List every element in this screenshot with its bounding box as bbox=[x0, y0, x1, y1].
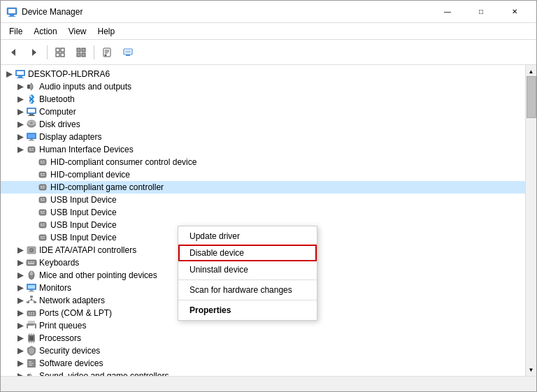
forward-button[interactable] bbox=[24, 43, 44, 62]
context-menu-scan-hardware[interactable]: Scan for hardware changes bbox=[178, 282, 317, 298]
close-button[interactable]: ✕ bbox=[499, 1, 531, 23]
sound-label: Sound, video and game controllers bbox=[39, 371, 169, 376]
tree-item-audio[interactable]: Audio inputs and outputs bbox=[1, 80, 525, 93]
ide-expand-icon[interactable] bbox=[15, 245, 26, 256]
svg-rect-54 bbox=[39, 172, 46, 177]
tree-item-security[interactable]: Security devices bbox=[1, 344, 525, 357]
tree-item-software[interactable]: Software devices bbox=[1, 357, 525, 370]
usb2-label: USB Input Device bbox=[50, 208, 117, 217]
svg-rect-65 bbox=[41, 201, 45, 201]
svg-rect-47 bbox=[29, 148, 31, 150]
menu-action[interactable]: Action bbox=[28, 25, 62, 38]
print-icon bbox=[26, 320, 37, 331]
sound-expand-icon[interactable] bbox=[15, 370, 26, 376]
mice-expand-icon[interactable] bbox=[15, 270, 26, 281]
menu-view[interactable]: View bbox=[63, 25, 92, 38]
tree-item-usb2[interactable]: USB Input Device bbox=[1, 206, 525, 219]
menu-help[interactable]: Help bbox=[92, 25, 121, 38]
maximize-button[interactable]: □ bbox=[465, 1, 497, 23]
usb1-label: USB Input Device bbox=[50, 195, 117, 205]
svg-marker-82 bbox=[17, 260, 24, 266]
tree-item-hid[interactable]: Human Interface Devices bbox=[1, 143, 525, 156]
svg-rect-8 bbox=[56, 53, 59, 57]
tree-view[interactable]: DESKTOP-HLDRRA6 Audio inputs and outputs bbox=[1, 65, 525, 376]
svg-rect-115 bbox=[28, 326, 35, 329]
context-menu-disable-device[interactable]: Disable device bbox=[178, 245, 317, 261]
svg-rect-109 bbox=[29, 314, 30, 316]
hid-expand-icon[interactable] bbox=[15, 144, 26, 155]
security-expand-icon[interactable] bbox=[15, 345, 26, 356]
usb3-icon bbox=[37, 219, 48, 231]
scroll-thumb[interactable] bbox=[527, 76, 536, 118]
tree-item-hid-device[interactable]: HID-compliant device bbox=[1, 168, 525, 181]
svg-rect-7 bbox=[61, 48, 64, 52]
svg-rect-50 bbox=[39, 159, 46, 165]
scroll-up-button[interactable]: ▲ bbox=[527, 66, 536, 76]
svg-rect-70 bbox=[39, 222, 46, 228]
tree-item-sound[interactable]: Sound, video and game controllers bbox=[1, 370, 525, 376]
scrollbar[interactable]: ▲ ▼ bbox=[525, 65, 536, 376]
network-expand-icon[interactable] bbox=[15, 295, 26, 306]
hid-icon bbox=[26, 144, 37, 155]
monitors-icon bbox=[26, 282, 37, 293]
tree-item-hid-consumer[interactable]: HID-compliant consumer control device bbox=[1, 156, 525, 168]
collapse-all-button[interactable] bbox=[71, 43, 91, 62]
svg-marker-22 bbox=[6, 71, 13, 78]
context-menu-uninstall-device[interactable]: Uninstall device bbox=[178, 261, 317, 278]
keyboards-expand-icon[interactable] bbox=[15, 257, 26, 268]
svg-marker-29 bbox=[17, 96, 24, 103]
svg-rect-60 bbox=[43, 186, 45, 187]
bluetooth-expand-icon[interactable] bbox=[15, 94, 26, 105]
svg-rect-28 bbox=[27, 85, 30, 89]
svg-marker-96 bbox=[17, 298, 24, 304]
svg-rect-108 bbox=[34, 312, 35, 314]
security-label: Security devices bbox=[39, 346, 100, 356]
svg-point-81 bbox=[31, 249, 32, 251]
monitors-expand-icon[interactable] bbox=[15, 282, 26, 293]
content-area: DESKTOP-HLDRRA6 Audio inputs and outputs bbox=[1, 65, 536, 376]
back-button[interactable] bbox=[3, 43, 23, 62]
audio-expand-icon[interactable] bbox=[15, 81, 26, 92]
svg-rect-64 bbox=[43, 198, 45, 199]
svg-rect-68 bbox=[43, 211, 45, 212]
tree-item-bluetooth[interactable]: Bluetooth bbox=[1, 93, 525, 106]
ports-expand-icon[interactable] bbox=[15, 307, 26, 319]
software-expand-icon[interactable] bbox=[15, 358, 26, 369]
svg-marker-36 bbox=[17, 122, 24, 128]
svg-rect-11 bbox=[82, 48, 85, 52]
svg-rect-49 bbox=[29, 150, 34, 151]
expand-all-button[interactable] bbox=[50, 43, 70, 62]
tree-item-display[interactable]: Display adapters bbox=[1, 131, 525, 143]
tree-item-usb1[interactable]: USB Input Device bbox=[1, 194, 525, 206]
tree-item-computer[interactable]: Computer bbox=[1, 106, 525, 118]
tree-item-print[interactable]: Print queues bbox=[1, 319, 525, 332]
minimize-button[interactable]: — bbox=[431, 1, 464, 23]
scroll-down-button[interactable]: ▼ bbox=[527, 365, 536, 375]
svg-rect-6 bbox=[56, 48, 59, 52]
properties-toolbar-button[interactable] bbox=[97, 43, 117, 62]
toolbar bbox=[1, 40, 536, 65]
processors-expand-icon[interactable] bbox=[15, 333, 26, 344]
software-label: Software devices bbox=[39, 358, 103, 368]
svg-rect-87 bbox=[28, 263, 34, 265]
svg-rect-83 bbox=[27, 260, 36, 266]
computer-icon bbox=[15, 68, 26, 80]
root-expand-icon[interactable] bbox=[3, 68, 15, 80]
hid-device-icon bbox=[37, 169, 48, 180]
tree-item-processors[interactable]: Processors bbox=[1, 332, 525, 344]
print-expand-icon[interactable] bbox=[15, 320, 26, 331]
keyboards-label: Keyboards bbox=[39, 258, 79, 268]
computer-expand-icon[interactable] bbox=[15, 106, 26, 117]
svg-rect-72 bbox=[43, 224, 45, 224]
tree-item-hid-game[interactable]: HID-compliant game controller bbox=[1, 181, 525, 194]
ports-label: Ports (COM & LPT) bbox=[39, 308, 112, 318]
tree-root[interactable]: DESKTOP-HLDRRA6 bbox=[1, 68, 525, 80]
context-menu-update-driver[interactable]: Update driver bbox=[178, 228, 317, 245]
context-menu-properties[interactable]: Properties bbox=[178, 302, 317, 319]
menu-file[interactable]: File bbox=[3, 25, 28, 38]
display-expand-icon[interactable] bbox=[15, 131, 26, 143]
tree-item-disk[interactable]: Disk drives bbox=[1, 118, 525, 131]
svg-rect-73 bbox=[41, 226, 45, 226]
update-driver-toolbar-button[interactable] bbox=[118, 43, 138, 62]
disk-expand-icon[interactable] bbox=[15, 119, 26, 130]
